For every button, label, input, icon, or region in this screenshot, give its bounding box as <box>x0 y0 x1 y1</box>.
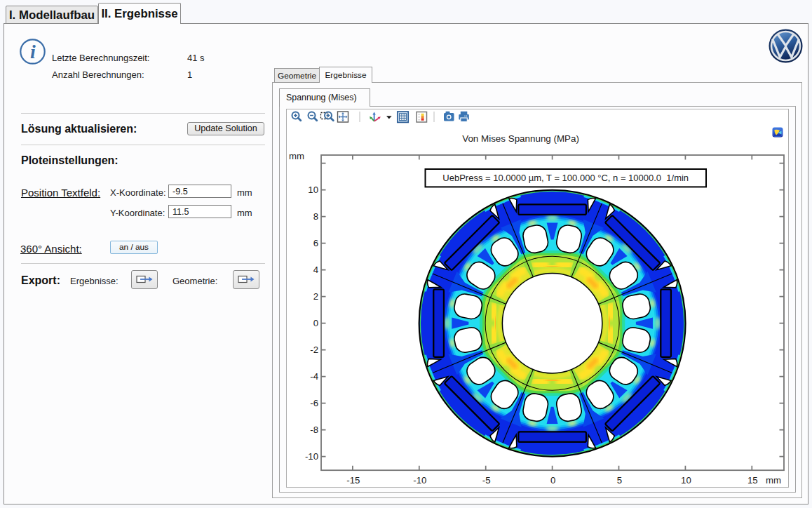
svg-text:mm: mm <box>766 475 781 486</box>
svg-text:-6: -6 <box>310 398 318 408</box>
svg-text:-5: -5 <box>482 475 491 486</box>
svg-text:-15: -15 <box>346 475 360 486</box>
svg-text:10: 10 <box>681 475 691 486</box>
svg-text:-2: -2 <box>310 345 318 355</box>
svg-text:5: 5 <box>617 475 622 486</box>
svg-text:0: 0 <box>550 475 555 486</box>
svg-text:-8: -8 <box>310 425 318 435</box>
svg-text:-4: -4 <box>310 371 318 382</box>
svg-text:6: 6 <box>313 238 318 248</box>
svg-text:UebPress = 10.0000 µm, T = 100: UebPress = 10.0000 µm, T = 100.000 °C, n… <box>442 173 689 183</box>
svg-text:2: 2 <box>313 291 318 302</box>
svg-text:mm: mm <box>289 151 304 161</box>
svg-text:-10: -10 <box>413 475 426 486</box>
svg-text:-10: -10 <box>305 451 318 462</box>
svg-text:Von Mises Spannung (MPa): Von Mises Spannung (MPa) <box>462 133 579 144</box>
svg-text:0: 0 <box>313 318 318 328</box>
svg-text:4: 4 <box>313 265 318 275</box>
svg-text:8: 8 <box>313 211 318 222</box>
svg-text:i: i <box>30 41 36 62</box>
svg-text:15: 15 <box>747 475 758 486</box>
svg-text:10: 10 <box>308 185 318 195</box>
